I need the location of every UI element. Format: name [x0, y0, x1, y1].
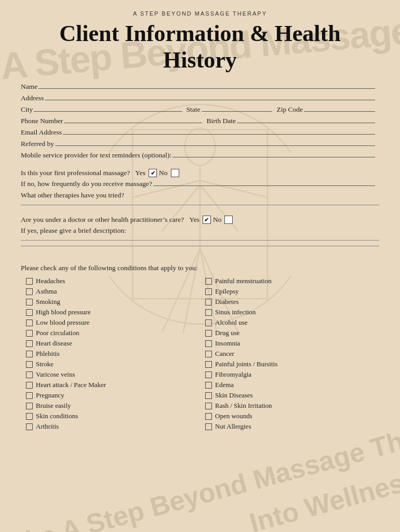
condition-checkbox[interactable] — [205, 288, 212, 295]
condition-label: Bruise easily — [36, 402, 71, 410]
condition-left-item: Heart disease — [26, 339, 200, 348]
condition-checkbox[interactable] — [205, 392, 212, 399]
condition-left-item: Phlebitis — [26, 349, 200, 358]
frequency-underline[interactable] — [153, 185, 375, 186]
condition-label: Low blood pressure — [36, 318, 89, 327]
condition-checkbox[interactable] — [205, 403, 212, 409]
main-content: A STEP BEYOND MASSAGE THERAPY Client Inf… — [21, 10, 379, 431]
condition-label: Headaches — [36, 277, 65, 285]
address-label: Address — [21, 94, 44, 102]
condition-left-item: Stroke — [26, 360, 200, 369]
condition-label: Cancer — [215, 350, 234, 358]
condition-label: Sinus infection — [215, 308, 256, 316]
address-underline[interactable] — [45, 100, 375, 100]
condition-checkbox[interactable] — [205, 371, 212, 378]
referred-field-row: Referred by — [21, 140, 379, 148]
condition-checkbox[interactable] — [26, 382, 33, 389]
name-label: Name — [21, 83, 37, 91]
condition-left-item: Bruise easily — [26, 401, 200, 410]
condition-right-item: Fibromyalgia — [205, 370, 379, 379]
condition-checkbox[interactable] — [205, 413, 212, 420]
condition-right-item: Drug use — [205, 328, 379, 338]
condition-checkbox[interactable] — [26, 403, 33, 409]
email-field-row: Email Address — [21, 128, 379, 137]
condition-label: Smoking — [36, 298, 60, 306]
condition-checkbox[interactable] — [26, 299, 33, 305]
condition-checkbox[interactable] — [26, 423, 33, 430]
condition-label: Stroke — [36, 360, 54, 368]
condition-checkbox[interactable] — [205, 351, 212, 357]
condition-label: Epilepsy — [215, 287, 239, 296]
condition-checkbox[interactable] — [26, 288, 33, 295]
page: A Step Beyond Massage Therapy Take A St — [0, 0, 400, 532]
condition-checkbox[interactable] — [26, 320, 33, 326]
condition-label: Phlebitis — [36, 350, 60, 358]
condition-checkbox[interactable] — [26, 413, 33, 420]
first-massage-section: Is this your first professional massage?… — [21, 169, 379, 205]
state-underline[interactable] — [202, 111, 273, 112]
condition-label: Fibromyalgia — [215, 370, 251, 379]
name-underline[interactable] — [38, 88, 375, 89]
city-underline[interactable] — [34, 111, 182, 112]
doctor-care-no-checkbox[interactable] — [224, 216, 233, 224]
condition-label: Rash / Skin Irritation — [215, 402, 272, 410]
condition-left-item: Smoking — [26, 297, 200, 307]
condition-label: Painful joints / Bursitis — [215, 360, 277, 368]
birthdate-underline[interactable] — [237, 123, 375, 123]
condition-right-item: Insomnia — [205, 339, 379, 348]
condition-checkbox[interactable] — [205, 361, 212, 368]
referred-underline[interactable] — [55, 145, 375, 146]
condition-checkbox[interactable] — [205, 423, 212, 430]
mobile-underline[interactable] — [172, 157, 375, 157]
mobile-field-row: Mobile service provider for text reminde… — [21, 151, 379, 159]
frequency-question: If no, how frequently do you receive mas… — [21, 180, 152, 188]
first-massage-yes-checkbox[interactable] — [149, 169, 157, 177]
desc-line-2 — [21, 246, 379, 246]
zip-label: Zip Code — [276, 105, 303, 114]
condition-checkbox[interactable] — [26, 309, 33, 316]
condition-left-item: Heart attack / Pace Maker — [26, 380, 200, 390]
condition-left-item: Poor circulation — [26, 328, 200, 338]
condition-left-item: Arthritis — [26, 422, 200, 431]
yes-label-2: Yes — [189, 216, 199, 224]
condition-checkbox[interactable] — [205, 320, 212, 326]
doctor-care-question: Are you under a doctor or other health p… — [21, 216, 184, 224]
condition-checkbox[interactable] — [205, 299, 212, 305]
frequency-row: If no, how frequently do you receive mas… — [21, 180, 379, 188]
condition-label: Open wounds — [215, 412, 252, 420]
condition-checkbox[interactable] — [205, 330, 212, 337]
condition-label: Arthritis — [36, 422, 59, 431]
condition-label: Pregnancy — [36, 391, 64, 400]
first-massage-no-checkbox[interactable] — [171, 169, 179, 177]
condition-left-item: High blood pressure — [26, 308, 200, 317]
doctor-care-yes-checkbox[interactable] — [203, 216, 211, 224]
condition-label: Insomnia — [215, 339, 240, 348]
doctor-care-section: Are you under a doctor or other health p… — [21, 216, 379, 246]
condition-checkbox[interactable] — [205, 309, 212, 316]
condition-checkbox[interactable] — [26, 351, 33, 357]
condition-right-item: Epilepsy — [205, 287, 379, 296]
condition-checkbox[interactable] — [205, 340, 212, 347]
condition-right-item: Edema — [205, 380, 379, 390]
condition-checkbox[interactable] — [205, 382, 212, 389]
condition-left-item: Skin conditions — [26, 411, 200, 421]
condition-checkbox[interactable] — [26, 392, 33, 399]
condition-label: Drug use — [215, 329, 239, 337]
condition-label: Diabetes — [215, 298, 238, 306]
condition-checkbox[interactable] — [26, 371, 33, 378]
condition-left-item: Pregnancy — [26, 391, 200, 400]
condition-right-item: Cancer — [205, 349, 379, 358]
condition-right-item: Alcohol use — [205, 318, 379, 327]
conditions-grid: HeadachesPainful menstruationAsthmaEpile… — [21, 276, 379, 431]
condition-checkbox[interactable] — [26, 330, 33, 337]
description-question: If yes, please give a brief description: — [21, 227, 126, 235]
zip-underline[interactable] — [304, 111, 375, 112]
condition-checkbox[interactable] — [26, 278, 33, 285]
condition-label: Varicose veins — [36, 370, 75, 379]
condition-checkbox[interactable] — [26, 340, 33, 347]
email-underline[interactable] — [63, 134, 375, 135]
phone-underline[interactable] — [64, 123, 202, 123]
condition-checkbox[interactable] — [205, 278, 212, 285]
desc-line-1 — [21, 240, 379, 241]
condition-checkbox[interactable] — [26, 361, 33, 368]
